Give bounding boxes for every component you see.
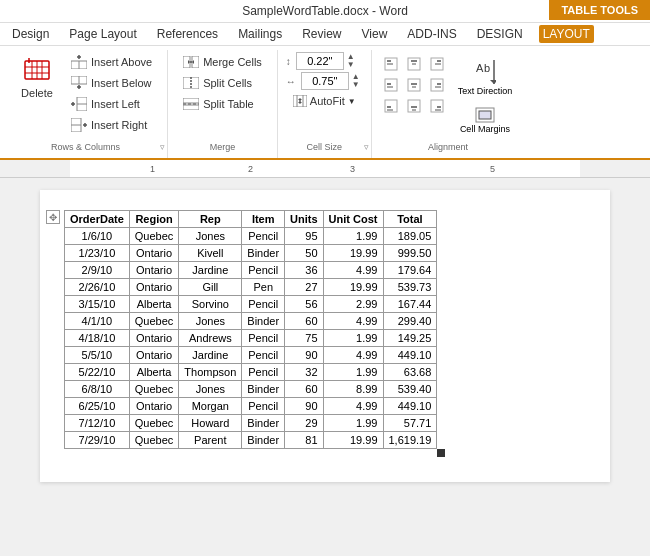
autofit-button[interactable]: AutoFit ▼ [286, 92, 363, 110]
table-cell: 2/26/10 [65, 279, 130, 296]
table-cell: Quebec [129, 228, 179, 245]
insert-left-button[interactable]: Insert Left [64, 94, 159, 114]
table-cell: Andrews [179, 330, 242, 347]
split-table-button[interactable]: Split Table [176, 94, 269, 114]
col-header-item: Item [242, 211, 285, 228]
word-page: ✥ OrderDate Region Rep Item Units Unit C… [40, 190, 610, 482]
height-icon: ↕ [286, 56, 291, 67]
cell-margins-button[interactable]: Cell Margins [454, 102, 517, 138]
alignment-grid [380, 50, 448, 116]
table-row: 7/12/10QuebecHowardBinder291.9957.71 [65, 415, 437, 432]
align-middle-center[interactable] [403, 75, 425, 95]
width-down-arrow[interactable]: ▼ [352, 81, 360, 89]
table-cell: Alberta [129, 296, 179, 313]
insert-above-icon [71, 54, 87, 70]
ruler-mark-2: 2 [248, 164, 253, 174]
rows-columns-label: Rows & Columns [4, 140, 167, 152]
table-cell: Morgan [179, 398, 242, 415]
width-input[interactable] [301, 72, 349, 90]
cell-margins-icon [474, 106, 496, 124]
table-cell: 1.99 [323, 330, 383, 347]
rows-columns-expand-icon[interactable]: ▿ [160, 142, 165, 152]
col-header-total: Total [383, 211, 437, 228]
insert-right-button[interactable]: Insert Right [64, 115, 159, 135]
alignment-label: Alignment [372, 140, 525, 152]
insert-right-icon [71, 117, 87, 133]
insert-above-label: Insert Above [91, 56, 152, 68]
ribbon: Delete Insert Above [0, 46, 650, 160]
table-cell: 449.10 [383, 398, 437, 415]
ruler-white-area [70, 160, 580, 177]
table-cell: Jardine [179, 262, 242, 279]
menu-references[interactable]: References [153, 25, 222, 43]
text-direction-icon: A b [474, 58, 496, 86]
table-cell: Pencil [242, 347, 285, 364]
merge-content: Merge Cells Split Cells [176, 50, 269, 130]
table-cell: 539.40 [383, 381, 437, 398]
table-cell: 2.99 [323, 296, 383, 313]
ruler-mark-3: 3 [350, 164, 355, 174]
merge-label: Merge [168, 140, 277, 152]
merge-cells-label: Merge Cells [203, 56, 262, 68]
table-cell: 3/15/10 [65, 296, 130, 313]
split-table-label: Split Table [203, 98, 254, 110]
height-down-arrow[interactable]: ▼ [347, 61, 355, 69]
split-cells-button[interactable]: Split Cells [176, 73, 269, 93]
text-direction-button[interactable]: A b Text Direction [454, 54, 517, 100]
table-cell: 60 [285, 381, 324, 398]
align-top-center[interactable] [403, 54, 425, 74]
col-header-unitcost: Unit Cost [323, 211, 383, 228]
table-cell: Ontario [129, 347, 179, 364]
cell-margins-label: Cell Margins [460, 124, 510, 134]
table-move-handle[interactable]: ✥ [46, 210, 60, 224]
table-tools-tab: TABLE TOOLS [549, 0, 650, 20]
split-cells-label: Split Cells [203, 77, 252, 89]
align-top-left[interactable] [380, 54, 402, 74]
cell-size-label: Cell Size [278, 140, 371, 152]
insert-above-button[interactable]: Insert Above [64, 52, 159, 72]
table-cell: 1/6/10 [65, 228, 130, 245]
table-row: 6/8/10QuebecJonesBinder608.99539.40 [65, 381, 437, 398]
table-cell: 5/5/10 [65, 347, 130, 364]
delete-button[interactable]: Delete [12, 50, 62, 104]
svg-text:b: b [484, 62, 490, 74]
menu-view[interactable]: View [358, 25, 392, 43]
table-resize-handle[interactable] [437, 449, 445, 457]
insert-below-button[interactable]: Insert Below [64, 73, 159, 93]
menu-addins[interactable]: ADD-INS [403, 25, 460, 43]
table-cell: Pen [242, 279, 285, 296]
insert-left-icon [71, 96, 87, 112]
table-cell: 7/29/10 [65, 432, 130, 449]
height-input[interactable] [296, 52, 344, 70]
align-middle-left[interactable] [380, 75, 402, 95]
table-cell: Quebec [129, 432, 179, 449]
cell-size-expand-icon[interactable]: ▿ [364, 142, 369, 152]
table-cell: Pencil [242, 296, 285, 313]
align-bottom-right[interactable] [426, 96, 448, 116]
menu-mailings[interactable]: Mailings [234, 25, 286, 43]
menu-review[interactable]: Review [298, 25, 345, 43]
table-cell: Pencil [242, 398, 285, 415]
table-cell: 63.68 [383, 364, 437, 381]
table-row: 2/26/10OntarioGillPen2719.99539.73 [65, 279, 437, 296]
menu-ribbon-design[interactable]: DESIGN [473, 25, 527, 43]
align-bottom-center[interactable] [403, 96, 425, 116]
menu-page-layout[interactable]: Page Layout [65, 25, 140, 43]
insert-below-icon [71, 75, 87, 91]
menu-bar: Design Page Layout References Mailings R… [0, 23, 650, 46]
align-bottom-left[interactable] [380, 96, 402, 116]
table-cell: Gill [179, 279, 242, 296]
merge-cells-button[interactable]: Merge Cells [176, 52, 269, 72]
align-middle-right[interactable] [426, 75, 448, 95]
width-arrows: ▲ ▼ [352, 73, 360, 89]
table-body: 1/6/10QuebecJonesPencil951.99189.051/23/… [65, 228, 437, 449]
cell-size-inputs: ↕ ▲ ▼ ↔ ▲ ▼ [286, 50, 363, 110]
align-top-right[interactable] [426, 54, 448, 74]
svg-rect-31 [183, 105, 199, 110]
title-bar: SampleWordTable.docx - Word TABLE TOOLS [0, 0, 650, 23]
table-cell: 449.10 [383, 347, 437, 364]
table-cell: 81 [285, 432, 324, 449]
menu-design[interactable]: Design [8, 25, 53, 43]
table-cell: Jardine [179, 347, 242, 364]
menu-layout[interactable]: LAYOUT [539, 25, 594, 43]
